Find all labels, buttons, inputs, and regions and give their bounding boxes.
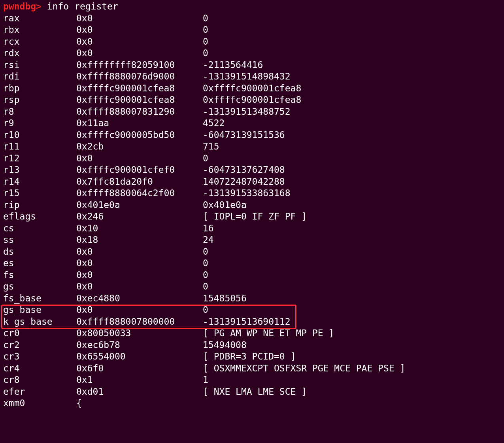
- register-hex: 0x0: [76, 281, 203, 293]
- register-row: cr30x6554000[ PDBR=3 PCID=0 ]: [3, 351, 501, 363]
- register-row: r130xffffc900001cfef0-60473137627408: [3, 164, 501, 176]
- register-name: xmm0: [3, 398, 76, 409]
- register-hex: 0xffffffff82059100: [76, 59, 203, 71]
- register-name: cr3: [3, 351, 76, 363]
- register-name: r9: [3, 117, 76, 129]
- register-name: cs: [3, 223, 76, 235]
- register-dec: 4522: [203, 117, 225, 129]
- register-row: cr20xec6b7815494008: [3, 339, 501, 351]
- prompt-line[interactable]: pwndbg> info register: [3, 1, 501, 13]
- register-row: efer0xd01[ NXE LMA LME SCE ]: [3, 386, 501, 398]
- register-dec: 0: [203, 153, 208, 165]
- register-hex: 0xec4880: [76, 293, 203, 305]
- register-hex: 0xffffc9000005bd50: [76, 129, 203, 141]
- register-row: xmm0{: [3, 398, 501, 409]
- register-hex: 0x0: [76, 153, 203, 165]
- register-name: fs: [3, 269, 76, 281]
- register-row: cr80x11: [3, 374, 501, 386]
- register-hex: {: [76, 398, 203, 409]
- register-row: r100xffffc9000005bd50-60473139151536: [3, 129, 501, 141]
- register-row: r80xffff888007831290-131391513488752: [3, 106, 501, 118]
- register-dec: [ PDBR=3 PCID=0 ]: [203, 351, 296, 363]
- register-row: rbp0xffffc900001cfea80xffffc900001cfea8: [3, 83, 501, 95]
- register-name: rdi: [3, 71, 76, 83]
- register-row: cr40x6f0[ OSXMMEXCPT OSFXSR PGE MCE PAE …: [3, 363, 501, 375]
- register-hex: 0x0: [76, 36, 203, 48]
- register-row: k_gs_base0xffff888007800000-131391513690…: [3, 316, 501, 328]
- register-row: rsi0xffffffff82059100-2113564416: [3, 59, 501, 71]
- register-hex: 0x1: [76, 374, 203, 386]
- register-name: rsp: [3, 94, 76, 106]
- register-row: rdx0x00: [3, 47, 501, 59]
- register-row: r120x00: [3, 153, 501, 165]
- register-hex: 0x246: [76, 211, 203, 223]
- command-text: info register: [47, 1, 118, 11]
- register-row: r110x2cb715: [3, 141, 501, 153]
- register-name: cr0: [3, 328, 76, 339]
- register-dec: [ IOPL=0 IF ZF PF ]: [203, 211, 307, 223]
- register-dec: 715: [203, 141, 219, 153]
- register-dec: 0: [203, 281, 208, 293]
- register-hex: 0xffff8880064c2f00: [76, 187, 203, 199]
- register-hex: 0x0: [76, 47, 203, 59]
- register-name: rbx: [3, 24, 76, 36]
- register-name: r8: [3, 106, 76, 118]
- register-dec: 140722487042288: [203, 176, 285, 188]
- register-hex: 0xffff888007800000: [76, 316, 203, 328]
- register-row: fs_base0xec488015485056: [3, 293, 501, 305]
- register-name: rbp: [3, 83, 76, 95]
- register-row: rbx0x00: [3, 24, 501, 36]
- register-row: ss0x1824: [3, 234, 501, 246]
- register-dec: 0: [203, 246, 208, 258]
- register-hex: 0x0: [76, 257, 203, 269]
- register-dec: [ PG AM WP NE ET MP PE ]: [203, 328, 334, 339]
- register-dec: -131391513690112: [203, 316, 291, 328]
- register-dec: 0xffffc900001cfea8: [203, 83, 301, 95]
- register-dec: 0: [203, 269, 208, 281]
- register-hex: 0x6f0: [76, 363, 203, 375]
- register-row: es0x00: [3, 257, 501, 269]
- register-hex: 0x0: [76, 13, 203, 25]
- register-hex: 0xd01: [76, 386, 203, 398]
- register-hex: 0x18: [76, 234, 203, 246]
- register-row: r150xffff8880064c2f00-131391533863168: [3, 187, 501, 199]
- register-dec: 16: [203, 223, 214, 235]
- register-name: r13: [3, 164, 76, 176]
- register-dec: 0: [203, 257, 208, 269]
- register-row: cr00x80050033[ PG AM WP NE ET MP PE ]: [3, 328, 501, 339]
- register-hex: 0x401e0a: [76, 199, 203, 211]
- register-name: r11: [3, 141, 76, 153]
- register-row: r90x11aa4522: [3, 117, 501, 129]
- register-row: rdi0xffff8880076d9000-131391514898432: [3, 71, 501, 83]
- register-hex: 0xffff888007831290: [76, 106, 203, 118]
- register-hex: 0x6554000: [76, 351, 203, 363]
- register-hex: 0x80050033: [76, 328, 203, 339]
- register-hex: 0x11aa: [76, 117, 203, 129]
- register-name: ds: [3, 246, 76, 258]
- register-hex: 0x7ffc81da20f0: [76, 176, 203, 188]
- register-row: rcx0x00: [3, 36, 501, 48]
- register-dec: 0: [203, 304, 208, 316]
- register-name: r14: [3, 176, 76, 188]
- register-hex: 0xec6b78: [76, 339, 203, 351]
- register-hex: 0xffffc900001cfea8: [76, 94, 203, 106]
- register-name: eflags: [3, 211, 76, 223]
- register-dec: -2113564416: [203, 59, 263, 71]
- register-name: fs_base: [3, 293, 76, 305]
- register-name: rip: [3, 199, 76, 211]
- register-dec: [ NXE LMA LME SCE ]: [203, 386, 307, 398]
- register-dec: 15494008: [203, 339, 247, 351]
- register-dec: 0xffffc900001cfea8: [203, 94, 301, 106]
- register-name: r15: [3, 187, 76, 199]
- register-dec: 15485056: [203, 293, 247, 305]
- register-name: gs_base: [3, 304, 76, 316]
- register-row: r140x7ffc81da20f0140722487042288: [3, 176, 501, 188]
- register-row: gs0x00: [3, 281, 501, 293]
- register-dec: 0: [203, 13, 208, 25]
- register-row: fs0x00: [3, 269, 501, 281]
- register-name: k_gs_base: [3, 316, 76, 328]
- register-dec: 0: [203, 47, 208, 59]
- register-name: gs: [3, 281, 76, 293]
- register-row: rax0x00: [3, 13, 501, 25]
- register-name: r10: [3, 129, 76, 141]
